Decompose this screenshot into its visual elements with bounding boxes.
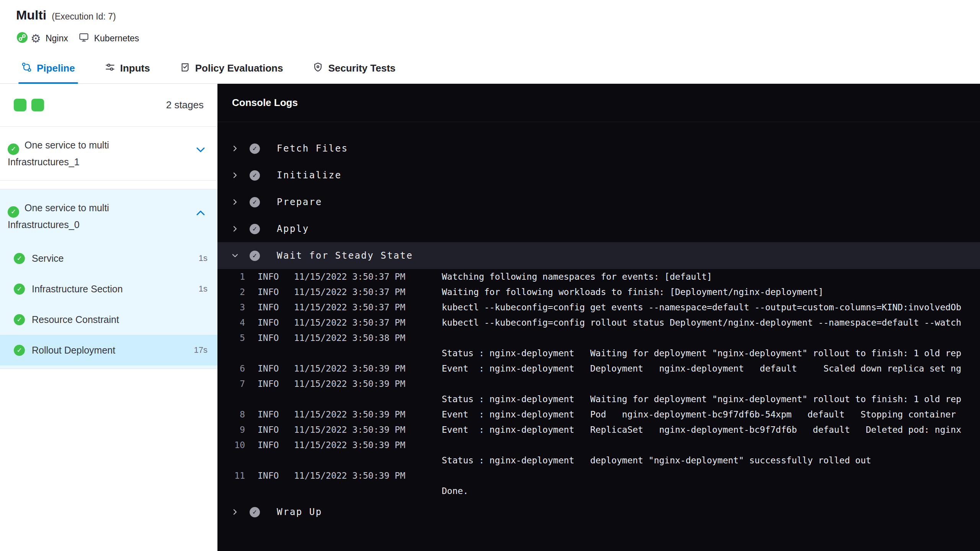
console-log-line: 8INFO11/15/2022 3:50:39 PMEvent : nginx-… [217,407,980,422]
stage-name: One service to multi Infrastructures_0 [8,202,109,230]
console-log-line: 9INFO11/15/2022 3:50:39 PMEvent : nginx-… [217,422,980,437]
log-line-number: 8 [217,407,245,422]
log-level: INFO [258,315,279,330]
console-log-line: Status : nginx-deployment Waiting for de… [217,391,980,407]
step-duration: 17s [194,345,207,355]
stage-section-expanded: ✓One service to multi Infrastructures_0 … [0,189,217,369]
log-timestamp: 11/15/2022 3:50:39 PM [294,422,406,437]
log-level: INFO [258,269,279,284]
console-body: ✓Fetch Files✓Initialize✓Prepare✓Apply ✓ … [217,122,980,551]
success-check-icon: ✓ [250,224,260,234]
console-log-line: 2INFO11/15/2022 3:50:37 PMWaiting for fo… [217,284,980,300]
stage-name: One service to multi Infrastructures_1 [8,140,109,167]
log-timestamp: 11/15/2022 3:50:38 PM [294,330,406,346]
console-log-line: 5INFO11/15/2022 3:50:38 PM [217,330,980,346]
success-check-icon: ✓ [14,253,25,264]
console-step-wait-for-steady-state[interactable]: ✓ Wait for Steady State [217,242,980,269]
log-timestamp: 11/15/2022 3:50:39 PM [294,437,406,453]
tab-security-tests[interactable]: Security Tests [313,53,395,83]
log-timestamp [294,346,406,361]
chevron-down-icon [227,252,243,259]
chevron-down-icon[interactable] [196,143,205,156]
log-line-number: 2 [217,284,245,300]
log-line-number: 5 [217,330,245,346]
console-log-line: Done. [217,483,980,499]
chevron-up-icon[interactable] [196,205,205,219]
log-line-number: 6 [217,361,245,376]
console-step-prepare[interactable]: ✓Prepare [217,189,980,215]
sidebar-step-infrastructure-section[interactable]: ✓Infrastructure Section1s [0,274,217,304]
log-level: INFO [258,330,279,346]
sidebar-step-rollout-deployment[interactable]: ✓Rollout Deployment17s [0,335,217,365]
log-timestamp [294,483,406,499]
step-name: Resource Constraint [32,314,119,325]
stage-card-one-service-to-multi-infrastructures-1[interactable]: ✓One service to multi Infrastructures_1 [0,127,217,181]
success-check-icon: ✓ [8,143,19,155]
pipeline-icon [21,62,32,75]
log-timestamp: 11/15/2022 3:50:37 PM [294,284,406,300]
sidebar-step-resource-constraint[interactable]: ✓Resource Constraint [0,304,217,335]
log-line-number [217,391,245,407]
execution-id: (Execution Id: 7) [52,11,116,22]
environment-name-label: Kubernetes [94,33,139,44]
tab-inputs[interactable]: Inputs [105,53,150,83]
console-log-line: 7INFO11/15/2022 3:50:39 PM [217,376,980,391]
main-content: 2 stages ✓One service to multi Infrastru… [0,84,980,551]
log-level [258,391,279,407]
environment-icon [78,32,90,45]
tab-label: Policy Evaluations [195,62,283,74]
log-message: Done. [442,483,468,499]
log-message: kubectl --kubeconfig=config get events -… [442,300,961,315]
log-level [258,483,279,499]
log-timestamp: 11/15/2022 3:50:39 PM [294,376,406,391]
console-step-name: Apply [277,223,309,234]
console-title: Console Logs [232,97,298,109]
log-timestamp: 11/15/2022 3:50:37 PM [294,315,406,330]
stage-card-one-service-to-multi-infrastructures-0[interactable]: ✓One service to multi Infrastructures_0 [0,189,217,243]
log-line-number: 7 [217,376,245,391]
log-level: INFO [258,437,279,453]
log-message: Watching following namespaces for events… [442,269,712,284]
console-log-line: 11INFO11/15/2022 3:50:39 PM [217,468,980,483]
console-step-name: Wait for Steady State [277,250,413,261]
log-message: Event : nginx-deployment ReplicaSet ngin… [442,422,961,437]
console-log-line: Status : nginx-deployment deployment "ng… [217,453,980,468]
console-log-lines: 1INFO11/15/2022 3:50:37 PMWatching follo… [217,269,980,499]
success-check-icon: ✓ [14,314,25,325]
chevron-right-icon [227,199,243,205]
execution-tabs: Pipeline Inputs Policy Evaluations Secur… [0,53,980,84]
console-step-name: Initialize [277,170,342,181]
log-level [258,346,279,361]
console-step-initialize[interactable]: ✓Initialize [217,162,980,189]
success-check-icon: ✓ [14,284,25,295]
chevron-right-icon [227,172,243,179]
tab-pipeline[interactable]: Pipeline [21,53,75,83]
log-level: INFO [258,407,279,422]
log-line-number: 11 [217,468,245,483]
console-step-apply[interactable]: ✓Apply [217,215,980,242]
log-line-number [217,453,245,468]
log-line-number: 3 [217,300,245,315]
tab-policy-evaluations[interactable]: Policy Evaluations [180,53,283,83]
step-duration: 1s [199,253,207,263]
gear-icon: ⚙ [31,32,41,45]
sidebar-step-service[interactable]: ✓Service1s [0,243,217,274]
service-icon [16,31,28,45]
stages-sidebar: 2 stages ✓One service to multi Infrastru… [0,84,217,551]
log-message: Status : nginx-deployment Waiting for de… [442,391,961,407]
success-check-icon: ✓ [250,170,260,181]
console-log-line: 3INFO11/15/2022 3:50:37 PMkubectl --kube… [217,300,980,315]
inputs-icon [105,62,115,75]
policy-check-icon [180,62,190,75]
console-step-fetch-files[interactable]: ✓Fetch Files [217,135,980,162]
pipeline-execution-page: Multi (Execution Id: 7) ⚙ Nginx Kubernet… [0,0,980,551]
console-log-line: 4INFO11/15/2022 3:50:37 PMkubectl --kube… [217,315,980,330]
tab-label: Inputs [120,62,150,74]
log-line-number: 1 [217,269,245,284]
console-steps-before: ✓Fetch Files✓Initialize✓Prepare✓Apply [217,135,980,242]
console-panel: Console Logs ✓Fetch Files✓Initialize✓Pre… [217,84,980,551]
stage-status-square [31,99,44,111]
console-step-wrap-up[interactable]: ✓Wrap Up [217,499,980,525]
log-timestamp: 11/15/2022 3:50:39 PM [294,407,406,422]
page-title: Multi [16,8,46,23]
